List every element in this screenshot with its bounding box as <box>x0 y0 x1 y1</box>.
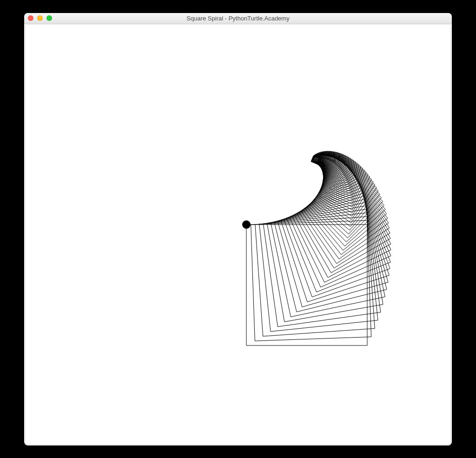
minimize-icon[interactable] <box>37 15 43 21</box>
spiral-path <box>246 151 391 345</box>
titlebar[interactable]: Square Spiral - PythonTurtle.Academy <box>24 13 452 24</box>
turtle-canvas <box>25 24 451 445</box>
traffic-lights <box>28 15 52 21</box>
close-icon[interactable] <box>28 15 33 21</box>
turtle-origin-icon <box>242 220 251 229</box>
app-window: Square Spiral - PythonTurtle.Academy <box>24 13 452 445</box>
window-title: Square Spiral - PythonTurtle.Academy <box>24 15 452 22</box>
square-spiral-drawing <box>26 25 450 443</box>
zoom-icon[interactable] <box>46 15 52 21</box>
